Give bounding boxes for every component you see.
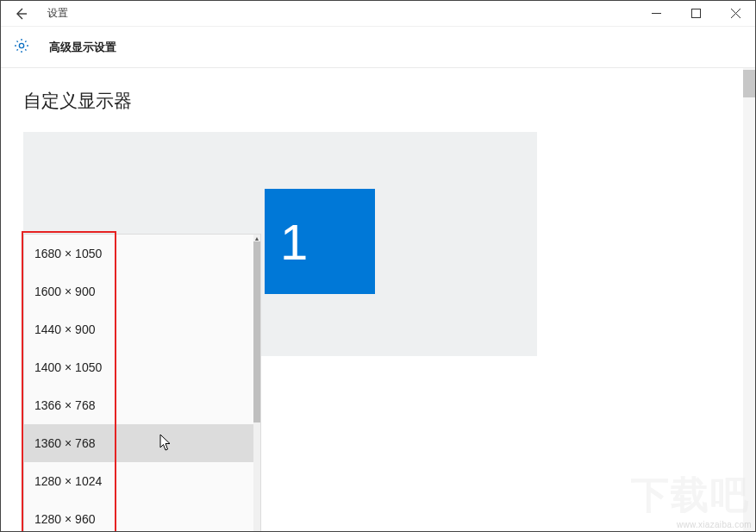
dropdown-scrollbar-track[interactable]: ▲ ▼	[253, 235, 260, 531]
svg-rect-2	[691, 9, 700, 18]
content-wrap: 自定义显示器 1 1680 × 1050 1600 × 900 1440 × 9…	[1, 68, 755, 531]
titlebar-left: 设置	[1, 6, 68, 22]
window-controls	[636, 1, 755, 27]
resolution-option[interactable]: 1280 × 1024	[24, 462, 260, 500]
page-title: 高级显示设置	[49, 40, 116, 55]
page-scrollbar-thumb[interactable]	[743, 70, 755, 97]
page-scrollbar-track[interactable]	[743, 68, 755, 531]
resolution-option[interactable]: 1366 × 768	[24, 386, 260, 424]
content-area: 自定义显示器 1 1680 × 1050 1600 × 900 1440 × 9…	[1, 68, 743, 531]
back-button[interactable]	[13, 6, 28, 22]
resolution-option[interactable]: 1600 × 900	[24, 272, 260, 310]
svg-point-5	[19, 43, 23, 47]
section-title: 自定义显示器	[23, 89, 721, 113]
maximize-button[interactable]	[676, 1, 715, 27]
arrow-left-icon	[14, 7, 28, 21]
resolution-dropdown-list[interactable]: 1680 × 1050 1600 × 900 1440 × 900 1400 ×…	[23, 234, 261, 531]
maximize-icon	[691, 9, 701, 18]
resolution-option[interactable]: 1360 × 768	[24, 424, 260, 462]
minimize-icon	[652, 9, 661, 18]
dropdown-scrollbar-thumb[interactable]	[253, 241, 260, 422]
gear-icon	[13, 37, 30, 58]
close-button[interactable]	[715, 1, 755, 27]
resolution-option[interactable]: 1440 × 900	[24, 310, 260, 348]
window-title: 设置	[47, 6, 68, 21]
close-icon	[731, 9, 740, 18]
minimize-button[interactable]	[636, 1, 676, 27]
resolution-option[interactable]: 1280 × 960	[24, 500, 260, 531]
resolution-option[interactable]: 1680 × 1050	[24, 235, 260, 272]
chevron-up-icon[interactable]: ▲	[253, 235, 260, 241]
page-header: 高级显示设置	[1, 27, 755, 68]
resolution-option[interactable]: 1400 × 1050	[24, 348, 260, 386]
window-titlebar: 设置	[1, 1, 755, 27]
monitor-label: 1	[280, 213, 308, 271]
monitor-tile-1[interactable]: 1	[265, 189, 375, 294]
watermark-url: www.xiazaiba.com	[677, 520, 752, 529]
